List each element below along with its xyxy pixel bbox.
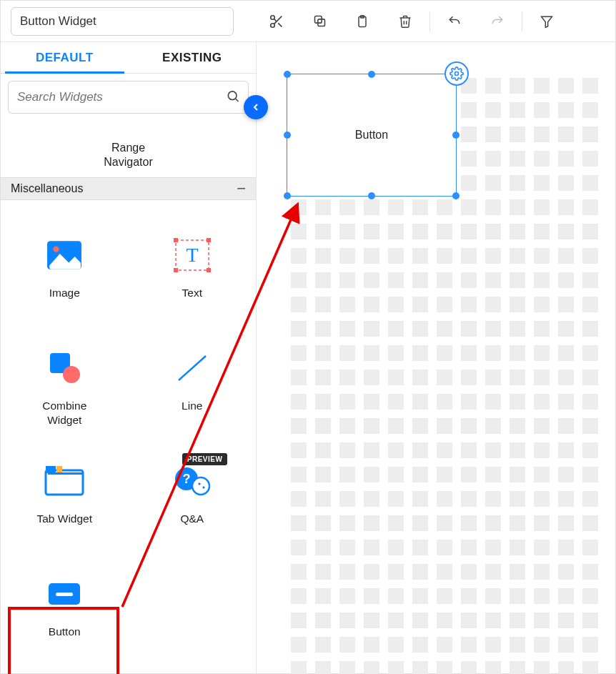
chevron-left-icon	[250, 101, 262, 113]
redo-icon	[490, 14, 505, 29]
svg-rect-31	[56, 593, 73, 596]
widget-label: Image	[49, 286, 80, 300]
gear-icon	[449, 66, 464, 81]
widget-button[interactable]: Button	[1, 553, 129, 666]
svg-point-29	[192, 477, 209, 495]
copy-icon	[312, 14, 327, 29]
svg-line-4	[274, 19, 277, 21]
dashboard-title-input[interactable]	[11, 7, 234, 36]
combine-icon	[47, 352, 81, 385]
resize-handle-w[interactable]	[284, 132, 291, 139]
widget-label: Q&A	[180, 512, 204, 526]
resize-handle-se[interactable]	[452, 192, 459, 199]
qa-icon: ?	[172, 463, 212, 499]
resize-handle-e[interactable]	[452, 132, 459, 139]
delete-button[interactable]	[384, 7, 427, 36]
widget-settings-button[interactable]	[444, 61, 469, 86]
preview-badge: PREVIEW	[182, 453, 228, 465]
widget-text[interactable]: T Text	[129, 214, 257, 327]
widget-label: Button	[49, 625, 81, 639]
svg-text:?: ?	[182, 472, 190, 486]
text-icon: T	[173, 237, 212, 273]
resize-handle-sw[interactable]	[284, 192, 291, 199]
svg-rect-25	[56, 466, 62, 473]
tab-default[interactable]: DEFAULT	[1, 42, 129, 73]
category-miscellaneous-header[interactable]: Miscellaneous −	[1, 177, 256, 200]
svg-point-13	[54, 247, 59, 252]
undo-icon	[447, 14, 462, 29]
toolbar	[255, 7, 568, 36]
widget-label: Line	[182, 399, 202, 413]
minus-icon: −	[237, 179, 246, 198]
image-icon	[46, 240, 82, 270]
svg-line-11	[236, 99, 239, 101]
search-icon	[226, 89, 240, 106]
search-input[interactable]	[8, 81, 249, 114]
filter-button[interactable]	[525, 7, 568, 36]
undo-button[interactable]	[433, 7, 476, 36]
trash-icon	[398, 14, 412, 29]
resize-handle-s[interactable]	[368, 192, 375, 199]
svg-point-21	[63, 366, 80, 383]
placed-widget-label: Button	[355, 129, 388, 142]
widget-label: RangeNavigator	[104, 142, 152, 169]
svg-rect-26	[48, 472, 82, 475]
svg-rect-16	[207, 238, 211, 242]
resize-handle-nw[interactable]	[284, 71, 291, 78]
widget-grid: Image T Text CombineWidget	[1, 200, 256, 673]
resize-handle-n[interactable]	[368, 71, 375, 78]
widget-range-navigator[interactable]: RangeNavigator	[1, 141, 256, 178]
sidebar-tabs: DEFAULT EXISTING	[1, 42, 256, 74]
widget-tab[interactable]: Tab Widget	[1, 440, 129, 553]
toolbar-divider	[522, 11, 522, 31]
svg-rect-17	[174, 268, 178, 272]
svg-point-1	[271, 23, 275, 27]
widget-qa[interactable]: PREVIEW ? Q&A	[129, 440, 257, 553]
svg-text:T: T	[186, 244, 198, 266]
line-icon	[174, 352, 210, 385]
widget-image[interactable]: Image	[1, 214, 129, 327]
clipboard-icon	[355, 14, 369, 29]
tab-widget-icon	[44, 465, 84, 497]
svg-line-22	[179, 356, 206, 380]
top-bar	[1, 1, 615, 42]
widget-label: Text	[182, 286, 202, 300]
design-canvas[interactable]: Button	[257, 42, 615, 673]
category-title: Miscellaneous	[11, 182, 83, 195]
scissors-icon	[269, 14, 284, 29]
copy-button[interactable]	[298, 7, 341, 36]
collapse-sidebar-button[interactable]	[244, 95, 268, 119]
widget-combine[interactable]: CombineWidget	[1, 327, 129, 440]
svg-rect-24	[46, 466, 56, 473]
widget-label: CombineWidget	[42, 399, 86, 427]
redo-button[interactable]	[476, 7, 519, 36]
tab-existing[interactable]: EXISTING	[129, 42, 257, 73]
toolbar-divider	[429, 11, 430, 31]
cut-button[interactable]	[255, 7, 298, 36]
svg-marker-9	[542, 16, 552, 27]
svg-point-32	[455, 72, 459, 76]
placed-button-widget[interactable]: Button	[287, 74, 457, 197]
widget-label: Tab Widget	[36, 512, 92, 526]
widgets-sidebar: DEFAULT EXISTING RangeNavigator Miscella…	[1, 42, 257, 673]
paste-button[interactable]	[341, 7, 384, 36]
svg-line-3	[278, 23, 282, 26]
filter-icon	[540, 14, 554, 29]
button-icon	[47, 582, 81, 606]
svg-rect-18	[207, 268, 211, 272]
widget-line[interactable]: Line	[129, 327, 257, 440]
svg-rect-15	[174, 238, 178, 242]
svg-point-10	[228, 91, 237, 100]
svg-point-0	[271, 15, 275, 19]
